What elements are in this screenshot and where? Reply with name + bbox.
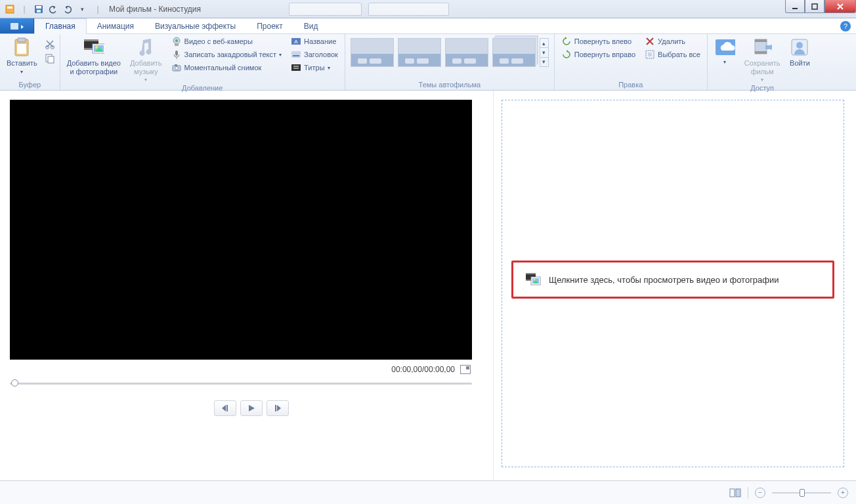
fullscreen-icon[interactable] (460, 365, 471, 374)
tab-home[interactable]: Главная (34, 18, 87, 34)
group-share: ▾ Сохранить фильм ▾ Войти Доступ (708, 34, 817, 90)
select-all-button[interactable]: Выбрать все (642, 49, 703, 60)
background-tabs (289, 3, 449, 16)
minimize-button[interactable] (785, 0, 805, 13)
window-title: Мой фильм - Киностудия (109, 5, 201, 14)
prev-frame-button[interactable] (214, 400, 236, 416)
svg-text:A: A (294, 39, 298, 45)
cut-icon[interactable] (44, 38, 56, 50)
group-add: Добавить видео и фотографии Добавить муз… (60, 34, 345, 90)
title-button[interactable]: A Название (288, 35, 341, 47)
timeline-dropzone[interactable]: Щелкните здесь, чтобы просмотреть видео … (502, 100, 844, 467)
cloud-button[interactable]: ▾ (712, 35, 738, 66)
rotate-left-icon (561, 36, 572, 47)
caption-label: Заголовок (304, 51, 338, 58)
next-frame-button[interactable] (267, 400, 289, 416)
svg-rect-45 (275, 405, 276, 411)
redo-icon[interactable] (62, 3, 74, 15)
clipboard-icon (11, 37, 32, 58)
drop-callout[interactable]: Щелкните здесь, чтобы просмотреть видео … (511, 261, 834, 299)
music-note-icon (135, 37, 156, 58)
delete-button[interactable]: Удалить (642, 35, 703, 47)
camera-icon (171, 62, 182, 73)
theme-thumb[interactable] (398, 38, 441, 67)
snapshot-button[interactable]: Моментальный снимок (169, 62, 285, 74)
help-icon[interactable]: ? (840, 21, 851, 32)
svg-point-20 (95, 46, 98, 49)
clipboard-small-buttons (44, 35, 56, 64)
chevron-down-icon: ▾ (144, 77, 147, 83)
zoom-thumb[interactable] (800, 489, 805, 497)
theme-thumb[interactable] (445, 38, 488, 67)
qat-separator: | (18, 3, 30, 15)
zoom-in-button[interactable]: + (838, 488, 848, 498)
add-small-buttons-col1: Видео с веб-камеры Записать закадровый т… (169, 35, 285, 74)
seek-slider[interactable] (10, 378, 472, 388)
svg-rect-4 (37, 10, 41, 12)
background-tab (289, 3, 362, 16)
webcam-label: Видео с веб-камеры (184, 37, 253, 45)
webcam-icon (171, 36, 182, 47)
chevron-down-icon: ▾ (20, 69, 23, 75)
theme-thumb[interactable] (492, 38, 536, 67)
microphone-icon (171, 49, 182, 60)
save-movie-button[interactable]: Сохранить фильм ▾ (742, 35, 783, 84)
credits-button[interactable]: Титры ▾ (288, 62, 341, 74)
undo-icon[interactable] (47, 3, 59, 15)
svg-rect-28 (175, 64, 177, 66)
add-media-button[interactable]: Добавить видео и фотографии (64, 35, 123, 77)
narration-button[interactable]: Записать закадровый текст ▾ (169, 49, 285, 60)
view-mode-icon[interactable] (729, 488, 741, 497)
svg-rect-1 (7, 7, 12, 9)
credits-icon (291, 62, 301, 73)
svg-rect-53 (736, 489, 740, 497)
quick-access-toolbar: | ▾ (0, 3, 92, 15)
signin-button[interactable]: Войти (786, 35, 813, 69)
rotate-left-label: Повернуть влево (574, 37, 631, 45)
chevron-down-icon: ▾ (328, 65, 330, 71)
drop-callout-text: Щелкните здесь, чтобы просмотреть видео … (549, 275, 779, 285)
file-menu-button[interactable] (0, 18, 34, 33)
add-music-button[interactable]: Добавить музыку ▾ (127, 35, 165, 84)
webcam-button[interactable]: Видео с веб-камеры (169, 35, 285, 47)
seek-thumb[interactable] (11, 379, 18, 387)
theme-thumb[interactable] (351, 38, 394, 67)
time-row: 00:00,00/00:00,00 (10, 360, 472, 375)
gallery-more-button[interactable]: ▴▾▾ (540, 38, 549, 67)
rotate-right-button[interactable]: Повернуть вправо (559, 49, 638, 60)
themes-gallery[interactable]: ▴▾▾ (349, 35, 550, 67)
paste-button[interactable]: Вставить ▾ (4, 35, 40, 76)
tab-view[interactable]: Вид (293, 18, 329, 33)
svg-rect-41 (755, 51, 767, 54)
titlebar: | ▾ | Мой фильм - Киностудия (0, 0, 856, 18)
tab-effects[interactable]: Визуальные эффекты (144, 18, 246, 33)
svg-rect-31 (291, 51, 301, 58)
svg-rect-23 (175, 44, 179, 46)
close-button[interactable] (824, 0, 856, 13)
ribbon: Вставить ▾ Буфер Добавить видео и фотогр… (0, 34, 856, 91)
preview-viewport (10, 100, 472, 360)
caption-button[interactable]: Заголовок (288, 49, 341, 60)
group-themes: ▴▾▾ Темы автофильма (345, 34, 555, 90)
svg-rect-14 (48, 56, 54, 63)
tab-animation[interactable]: Анимация (87, 18, 144, 33)
signin-label: Войти (790, 59, 810, 68)
group-edit: Повернуть влево Повернуть вправо Удалить… (555, 34, 708, 90)
zoom-slider[interactable] (772, 491, 831, 495)
zoom-out-button[interactable]: − (755, 488, 765, 498)
app-icon[interactable] (4, 3, 16, 15)
maximize-button[interactable] (805, 0, 824, 13)
rotate-right-label: Повернуть вправо (574, 51, 635, 58)
tab-project[interactable]: Проект (246, 18, 293, 33)
rotate-right-icon (561, 49, 572, 60)
svg-rect-7 (11, 23, 18, 30)
svg-point-22 (175, 39, 178, 42)
qat-dropdown-icon[interactable]: ▾ (76, 3, 88, 15)
save-icon[interactable] (33, 3, 45, 15)
film-export-icon (752, 37, 773, 58)
select-all-icon (645, 49, 655, 60)
rotate-left-button[interactable]: Повернуть влево (559, 35, 638, 47)
svg-rect-24 (175, 51, 178, 56)
copy-icon[interactable] (44, 52, 56, 64)
play-button[interactable] (240, 400, 263, 416)
